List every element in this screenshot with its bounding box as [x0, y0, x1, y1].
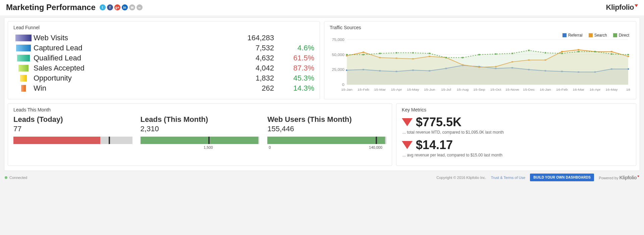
svg-rect-66: [412, 52, 414, 53]
bullet-value: 155,446: [267, 125, 386, 133]
funnel-label: Qualified Lead: [34, 54, 227, 62]
funnel-row: Win26214.3%: [13, 83, 314, 93]
svg-rect-74: [545, 52, 546, 53]
footer: Connected Copyright © 2016 Klipfolio Inc…: [0, 171, 644, 184]
svg-text:15-Jan: 15-Jan: [341, 88, 352, 91]
status-dot-icon: [5, 176, 7, 179]
bullet-heading: Leads (Today): [13, 115, 132, 124]
scale-label: 1,500: [204, 145, 213, 149]
bullet-bar-fill: [141, 137, 258, 144]
panel-title: Traffic Sources: [330, 25, 631, 30]
svg-text:0: 0: [342, 83, 344, 87]
email-icon[interactable]: ✉: [129, 4, 135, 10]
funnel-label: Win: [34, 84, 227, 93]
terms-link[interactable]: Trust & Terms of Use: [491, 176, 525, 180]
powered-label: Powered by: [599, 176, 618, 180]
svg-text:16-Feb: 16-Feb: [556, 88, 568, 91]
funnel-bar-icon: [17, 55, 30, 61]
funnel-bar-icon: [21, 85, 26, 92]
svg-rect-67: [429, 53, 430, 54]
svg-rect-60: [611, 51, 612, 52]
svg-rect-76: [578, 51, 579, 52]
funnel-pct: 61.5%: [274, 54, 314, 62]
bullet-value: 77: [13, 125, 132, 133]
svg-rect-78: [611, 53, 612, 55]
bullet-bar-fill: [13, 137, 100, 144]
metric-value: $775.5K: [416, 115, 462, 129]
bullet-heading: Web Users (This Month): [267, 115, 386, 124]
funnel-bar-icon: [15, 35, 32, 41]
twitter-icon[interactable]: t: [100, 4, 106, 10]
metric-value: $14.17: [416, 138, 453, 152]
funnel-label: Sales Accepted: [34, 64, 227, 73]
legend-item[interactable]: Referral: [562, 33, 583, 38]
legend-item[interactable]: Search: [589, 33, 607, 38]
funnel-label: Opportunity: [34, 74, 227, 83]
panel-title: Key Metrics: [402, 107, 631, 112]
chart-legend: ReferralSearchDirect: [562, 33, 629, 38]
topbar: Marketing Performance t f g+ in ✉ ∞ Klip…: [0, 0, 644, 15]
svg-text:16-Apr: 16-Apr: [590, 88, 601, 91]
svg-text:15-Mar: 15-Mar: [374, 88, 386, 91]
svg-rect-58: [578, 49, 579, 50]
funnel-bar-icon: [20, 75, 27, 82]
svg-rect-71: [495, 53, 497, 55]
svg-text:50,000: 50,000: [332, 53, 344, 57]
bullet-heading: Leads (This Month): [141, 115, 260, 124]
share-icons: t f g+ in ✉ ∞: [100, 4, 143, 10]
svg-text:15-Oct: 15-Oct: [490, 88, 501, 91]
funnel-row: Web Visits164,283: [13, 33, 314, 43]
svg-rect-72: [512, 53, 513, 54]
funnel-value: 1,832: [227, 74, 274, 83]
panel-title: Lead Funnel: [13, 25, 314, 30]
funnel-pct: 4.6%: [274, 44, 314, 52]
funnel-pct: 45.3%: [274, 74, 314, 83]
status-text: Connected: [9, 176, 27, 180]
facebook-icon[interactable]: f: [107, 4, 113, 10]
brand-text: Klipfolio: [620, 175, 637, 180]
svg-rect-70: [478, 54, 480, 55]
bullet-chart: Web Users (This Month)155,4460140,000: [267, 115, 386, 150]
cta-button[interactable]: BUILD YOUR OWN DASHBOARDS: [530, 174, 594, 181]
scale-label: 0: [269, 145, 271, 149]
legend-swatch-icon: [562, 33, 567, 37]
funnel-label: Web Visits: [34, 34, 227, 42]
linkedin-icon[interactable]: in: [122, 4, 128, 10]
funnel-row: Sales Accepted4,04287.3%: [13, 63, 314, 73]
legend-item[interactable]: Direct: [613, 33, 629, 38]
bullet-value: 2,310: [141, 125, 260, 133]
svg-rect-77: [594, 51, 596, 52]
panel-leads-this-month: Leads This Month Leads (Today)77Leads (T…: [8, 103, 392, 166]
trend-down-icon: [402, 118, 413, 126]
brand-logo[interactable]: Klipfolio: [606, 3, 638, 12]
funnel-bar-icon: [18, 65, 29, 72]
svg-text:15-Jun: 15-Jun: [424, 88, 435, 91]
brand-triangle-icon: [637, 176, 639, 177]
svg-text:15-Jul: 15-Jul: [441, 88, 451, 91]
funnel-bar-icon: [16, 45, 31, 51]
svg-rect-65: [396, 52, 397, 53]
powered-by: Powered by Klipfolio: [599, 175, 639, 180]
page-title: Marketing Performance: [6, 3, 96, 12]
metric-sub: ... total revenue MTD, compared to $1,09…: [402, 130, 631, 135]
panel-key-metrics: Key Metrics $775.5K... total revenue MTD…: [396, 103, 636, 166]
funnel-pct: 87.3%: [274, 64, 314, 73]
brand-text: Klipfolio: [606, 3, 634, 11]
svg-text:15-May: 15-May: [407, 88, 419, 91]
svg-rect-79: [627, 54, 629, 55]
svg-rect-75: [561, 53, 563, 54]
svg-rect-63: [363, 54, 364, 55]
google-plus-icon[interactable]: g+: [114, 4, 120, 10]
svg-text:18: 18: [626, 88, 631, 91]
funnel-value: 164,283: [227, 34, 274, 42]
svg-rect-45: [363, 52, 364, 53]
funnel-value: 4,632: [227, 54, 274, 62]
svg-text:15-Nove: 15-Nove: [505, 88, 520, 91]
bullet-scale: [13, 145, 132, 150]
funnel-row: Opportunity1,83245.3%: [13, 73, 314, 83]
svg-text:15-Dec: 15-Dec: [523, 88, 535, 91]
svg-rect-57: [561, 51, 563, 52]
link-icon[interactable]: ∞: [137, 4, 143, 10]
bullet-scale: 0140,000: [267, 145, 386, 150]
svg-text:16-Jan: 16-Jan: [540, 88, 551, 91]
